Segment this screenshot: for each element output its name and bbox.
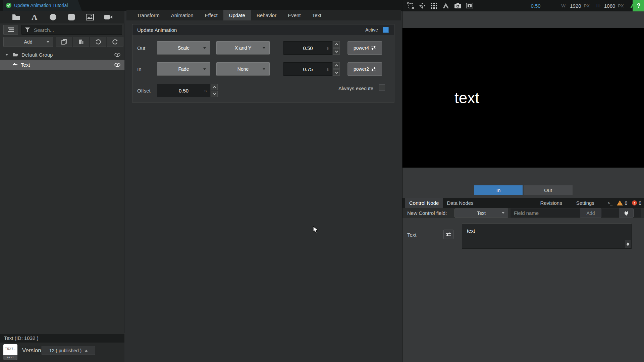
- sliders-icon: [371, 46, 376, 50]
- tab-transform[interactable]: Transform: [131, 10, 165, 20]
- expand-caret-icon[interactable]: [5, 54, 8, 56]
- redo-button[interactable]: [107, 37, 123, 47]
- tree-item-text[interactable]: Text: [0, 60, 124, 70]
- chevron-down-icon: [335, 70, 338, 74]
- field-type-dropdown[interactable]: Text: [454, 208, 508, 218]
- always-execute-label: Always execute: [338, 85, 373, 91]
- search-box: [21, 25, 122, 35]
- text-tool-icon[interactable]: A: [30, 12, 40, 22]
- rect-tool-icon[interactable]: [66, 12, 76, 22]
- in-row-label: In: [137, 66, 142, 72]
- image-tool-icon[interactable]: [85, 12, 95, 22]
- thumbnail-text: TEXT_: [3, 347, 17, 351]
- active-checkbox[interactable]: [383, 27, 389, 33]
- chevron-up-icon: [85, 350, 88, 352]
- chevron-down-icon: [203, 47, 206, 49]
- out-animation-dropdown[interactable]: Scale: [157, 41, 210, 55]
- crop-frame-icon[interactable]: [407, 2, 414, 10]
- tab-animation[interactable]: Animation: [165, 10, 199, 20]
- tab-text[interactable]: Text: [307, 10, 327, 20]
- update-animation-panel: Update Animation Active Out Scale X and …: [132, 24, 394, 103]
- in-animation-value: Fade: [178, 66, 189, 72]
- in-axis-dropdown[interactable]: None: [216, 62, 270, 76]
- canvas-text-element[interactable]: text: [454, 89, 479, 107]
- tab-behavior[interactable]: Behavior: [251, 10, 282, 20]
- undo-button[interactable]: [90, 37, 106, 47]
- link-settings[interactable]: Settings: [572, 198, 598, 208]
- tab-effect[interactable]: Effect: [199, 10, 223, 20]
- element-thumbnail[interactable]: TEXT_ TEXT: [3, 344, 17, 360]
- visibility-eye-icon[interactable]: [114, 53, 120, 57]
- tab-update[interactable]: Update: [223, 10, 251, 20]
- add-field-button[interactable]: Add: [580, 208, 601, 218]
- help-button[interactable]: ?: [633, 0, 644, 11]
- tab-control-node[interactable]: Control Node: [405, 198, 443, 208]
- offset-input[interactable]: 0.50 s: [157, 84, 210, 97]
- sidebar-menu-button[interactable]: [3, 25, 18, 35]
- state-in-button[interactable]: In: [474, 185, 523, 195]
- move-icon[interactable]: [419, 2, 426, 10]
- warning-icon[interactable]: [617, 200, 623, 205]
- version-label: Version: [22, 347, 41, 354]
- step-up-button[interactable]: [333, 41, 340, 48]
- field-options-button[interactable]: [443, 230, 453, 239]
- new-control-field-row: New Control field: Text Add: [402, 208, 644, 218]
- group-label: Default Group: [21, 52, 53, 58]
- offset-value: 0.50: [179, 88, 189, 94]
- document-tab[interactable]: Update Animation Tutorial: [3, 0, 82, 11]
- preview-time[interactable]: 0.50: [503, 3, 541, 9]
- step-up-button[interactable]: [333, 62, 340, 69]
- circle-tool-icon[interactable]: [48, 12, 58, 22]
- in-ease-button[interactable]: power2: [347, 62, 382, 76]
- out-ease-button[interactable]: power4: [347, 41, 382, 55]
- in-duration-value: 0.75: [303, 66, 313, 72]
- always-execute-checkbox[interactable]: [379, 84, 385, 90]
- step-down-button[interactable]: [333, 48, 340, 55]
- step-up-button[interactable]: [211, 84, 218, 90]
- selected-element-info: Text (ID: 1032 ): [0, 333, 124, 343]
- copy-button[interactable]: [56, 37, 72, 47]
- console-icon[interactable]: >_: [608, 200, 612, 205]
- preview-canvas[interactable]: text: [402, 28, 644, 168]
- visibility-eye-icon[interactable]: [114, 63, 120, 67]
- step-down-button[interactable]: [211, 91, 218, 97]
- out-duration-input[interactable]: 0.50 s: [283, 41, 332, 55]
- textarea-stepper[interactable]: [625, 240, 631, 248]
- version-dropdown[interactable]: 12 ( published ): [42, 346, 95, 355]
- offset-stepper: [211, 84, 218, 97]
- grid-icon[interactable]: [430, 2, 438, 10]
- state-out-button[interactable]: Out: [524, 185, 573, 195]
- paste-button[interactable]: [73, 37, 89, 47]
- width-value[interactable]: 1920: [570, 3, 581, 9]
- height-value[interactable]: 1080: [604, 3, 615, 9]
- out-animation-value: Scale: [178, 45, 190, 51]
- mouse-cursor: [313, 226, 319, 234]
- mountain-icon[interactable]: [442, 2, 449, 10]
- chevron-down-icon: [263, 68, 265, 70]
- add-element-button[interactable]: Add: [3, 37, 53, 47]
- camera-icon[interactable]: [454, 2, 462, 10]
- chevron-down-icon: [335, 49, 338, 53]
- element-toolbar: A: [0, 11, 124, 23]
- tree-group-default-group[interactable]: Default Group: [0, 50, 124, 60]
- chevron-up-icon: [213, 86, 216, 89]
- step-down-button[interactable]: [333, 69, 340, 76]
- search-input[interactable]: [34, 27, 111, 33]
- link-revisions[interactable]: Revisions: [536, 198, 566, 208]
- error-count: 0: [639, 200, 641, 206]
- edit-buttons: [56, 37, 123, 47]
- folder-icon[interactable]: [11, 12, 21, 22]
- in-animation-dropdown[interactable]: Fade: [157, 62, 210, 76]
- plug-icon-button[interactable]: [619, 208, 634, 218]
- error-icon[interactable]: !: [632, 200, 637, 205]
- in-duration-input[interactable]: 0.75 s: [283, 62, 332, 76]
- tab-data-nodes[interactable]: Data Nodes: [443, 198, 477, 208]
- snapshot-icon[interactable]: [466, 2, 473, 10]
- in-ease-value: power2: [354, 66, 369, 72]
- active-label: Active: [365, 27, 378, 33]
- tab-event[interactable]: Event: [282, 10, 306, 20]
- control-field-value-input[interactable]: text: [462, 224, 632, 249]
- out-axis-dropdown[interactable]: X and Y: [216, 41, 270, 55]
- document-title: Update Animation Tutorial: [14, 3, 68, 8]
- video-tool-icon[interactable]: [103, 12, 113, 22]
